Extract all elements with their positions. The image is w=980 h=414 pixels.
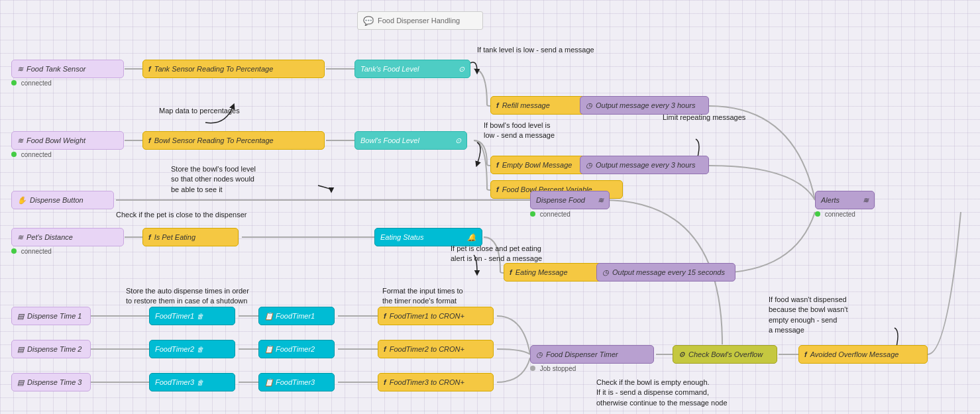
pets-distance-status: connected xyxy=(21,248,52,255)
food-timer3-a-label: FoodTimer3 xyxy=(155,378,194,386)
food-timer1-b-node[interactable]: 📋 FoodTimer1 xyxy=(258,307,335,325)
avoided-overflow-msg-node[interactable]: f Avoided Overflow Message xyxy=(798,345,928,364)
food-dispenser-timer-label: Food Dispenser Timer xyxy=(546,350,618,358)
food-timer2-a-node[interactable]: FoodTimer2 🗑 xyxy=(149,340,235,358)
food-timer1-b-label: FoodTimer1 xyxy=(276,312,315,320)
dispense-time-2-node[interactable]: ▤ Dispense Time 2 xyxy=(11,340,91,358)
food-timer2-b-node[interactable]: 📋 FoodTimer2 xyxy=(258,340,335,358)
eating-message-label: Eating Message xyxy=(516,268,568,276)
bowl-sensor-reading-label: Bowl Sensor Reading To Percentage xyxy=(154,136,274,144)
dispense-time-1-node[interactable]: ▤ Dispense Time 1 xyxy=(11,307,91,325)
food-timer2-a-label: FoodTimer2 xyxy=(155,345,194,353)
map-data-annotation: Map data to percentages xyxy=(159,106,240,116)
alerts-node[interactable]: Alerts ≋ xyxy=(815,191,875,209)
food-timer3-b-label: FoodTimer3 xyxy=(276,378,315,386)
eating-status-label: Eating Status xyxy=(380,233,423,241)
food-not-dispensed-annotation: If food wasn't dispensedbecause the bowl… xyxy=(769,295,848,336)
pet-eating-alert-annotation: If pet is close and pet eatingalert is o… xyxy=(451,244,542,264)
food-timer3-a-node[interactable]: FoodTimer3 🗑 xyxy=(149,373,235,391)
food-bowl-weight-node[interactable]: ≋ Food Bowl Weight xyxy=(11,131,124,150)
output-msg-3h-2-node[interactable]: ◷ Output message every 3 hours xyxy=(580,156,709,174)
food-timer1-a-node[interactable]: FoodTimer1 🗑 xyxy=(149,307,235,325)
dispense-time-3-label: Dispense Time 3 xyxy=(27,378,82,386)
bowls-food-level-node[interactable]: Bowl's Food Level ⊙ xyxy=(354,131,467,150)
bowl-sensor-reading-node[interactable]: f Bowl Sensor Reading To Percentage xyxy=(142,131,325,150)
dispense-food-label: Dispense Food xyxy=(536,196,585,204)
output-msg-3h-2-label: Output message every 3 hours xyxy=(596,161,695,169)
store-auto-dispense-annotation: Store the auto dispense times in orderto… xyxy=(126,286,249,307)
food-bowl-weight-status: connected xyxy=(21,151,52,158)
pets-distance-label: Pet's Distance xyxy=(27,233,73,241)
food-tank-sensor-status: connected xyxy=(21,79,52,87)
refill-message-label: Refill message xyxy=(502,101,550,109)
tanks-food-level-node[interactable]: Tank's Food Level ⊙ xyxy=(354,60,470,78)
store-bowl-food-annotation: Store the bowl's food levelso that other… xyxy=(171,164,256,195)
empty-bowl-message-label: Empty Bowl Message xyxy=(502,161,572,169)
dispense-button-node[interactable]: ✋ Dispense Button xyxy=(11,191,114,209)
food-timer1-a-label: FoodTimer1 xyxy=(155,312,194,320)
dispense-time-3-node[interactable]: ▤ Dispense Time 3 xyxy=(11,373,91,391)
food-timer1-cron-node[interactable]: f FoodTimer1 to CRON+ xyxy=(378,307,494,325)
check-bowl-empty-annotation: Check if the bowl is empty enough.If it … xyxy=(596,378,728,408)
bowls-food-level-label: Bowl's Food Level xyxy=(360,136,419,144)
tank-sensor-reading-node[interactable]: f Tank Sensor Reading To Percentage xyxy=(142,60,325,78)
comment-label: Food Dispenser Handling xyxy=(378,17,460,25)
food-timer3-b-node[interactable]: 📋 FoodTimer3 xyxy=(258,373,335,391)
check-bowls-overflow-label: Check Bowl's Overflow xyxy=(688,350,763,358)
dispense-food-status: connected xyxy=(540,211,571,218)
food-timer2-cron-node[interactable]: f FoodTimer2 to CRON+ xyxy=(378,340,494,358)
alerts-label: Alerts xyxy=(821,196,840,204)
output-msg-3h-1-label: Output message every 3 hours xyxy=(596,101,695,109)
dispense-time-2-label: Dispense Time 2 xyxy=(27,345,82,353)
is-pet-eating-label: Is Pet Eating xyxy=(154,233,195,241)
pets-distance-node[interactable]: ≋ Pet's Distance xyxy=(11,228,124,246)
food-timer2-b-label: FoodTimer2 xyxy=(276,345,315,353)
format-input-times-annotation: Format the input times tothe timer node'… xyxy=(382,286,463,307)
dispense-food-node[interactable]: Dispense Food ≋ xyxy=(530,191,610,209)
alerts-status: connected xyxy=(825,211,855,218)
dispense-time-1-label: Dispense Time 1 xyxy=(27,312,82,320)
check-bowls-overflow-node[interactable]: ⚙ Check Bowl's Overflow xyxy=(673,345,777,364)
food-bowl-weight-label: Food Bowl Weight xyxy=(27,136,85,144)
tank-sensor-reading-label: Tank Sensor Reading To Percentage xyxy=(154,65,274,73)
food-dispenser-timer-status: Job stopped xyxy=(540,365,576,372)
food-dispenser-timer-node[interactable]: ◷ Food Dispenser Timer xyxy=(530,345,654,364)
output-msg-3h-1-node[interactable]: ◷ Output message every 3 hours xyxy=(580,96,709,115)
food-timer3-cron-node[interactable]: f FoodTimer3 to CRON+ xyxy=(378,373,494,391)
is-pet-eating-node[interactable]: f Is Pet Eating xyxy=(142,228,239,246)
food-timer3-cron-label: FoodTimer3 to CRON+ xyxy=(390,378,464,386)
food-timer2-cron-label: FoodTimer2 to CRON+ xyxy=(390,345,464,353)
limit-repeating-annotation: Limit repeating messages xyxy=(663,113,745,123)
tanks-food-level-label: Tank's Food Level xyxy=(360,65,419,73)
output-msg-15s-node[interactable]: ◷ Output message every 15 seconds xyxy=(596,263,735,282)
food-tank-sensor-node[interactable]: ≋ Food Tank Sensor xyxy=(11,60,124,78)
output-msg-15s-label: Output message every 15 seconds xyxy=(612,268,725,276)
avoided-overflow-msg-label: Avoided Overflow Message xyxy=(810,350,899,358)
bowl-food-level-annotation: If bowl's food level is low - send a mes… xyxy=(484,121,555,141)
check-pet-close-annotation: Check if the pet is close to the dispens… xyxy=(116,210,247,220)
tank-level-low-annotation: If tank level is low - send a message xyxy=(477,45,594,55)
food-tank-sensor-label: Food Tank Sensor xyxy=(27,65,85,73)
dispense-button-label: Dispense Button xyxy=(30,196,83,204)
comment-node[interactable]: 💬 Food Dispenser Handling xyxy=(357,11,483,30)
food-timer1-cron-label: FoodTimer1 to CRON+ xyxy=(390,312,464,320)
eating-message-node[interactable]: f Eating Message xyxy=(504,263,603,282)
